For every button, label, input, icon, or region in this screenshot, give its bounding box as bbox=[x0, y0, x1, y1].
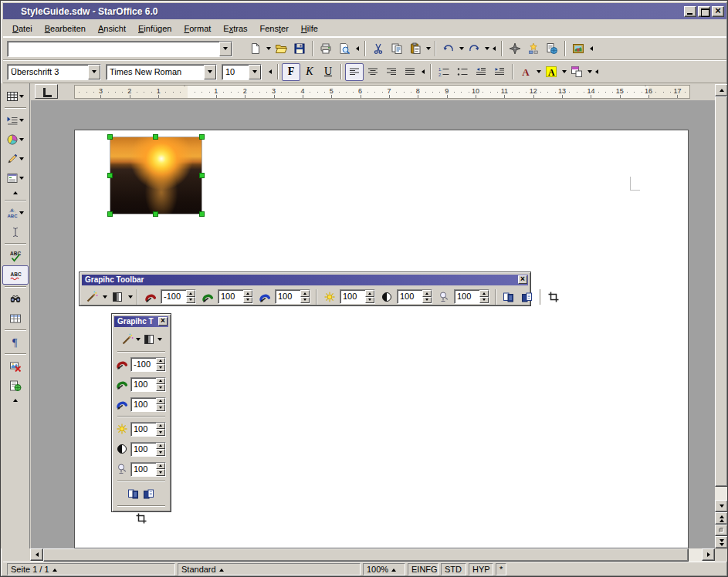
menu-fenster[interactable]: Fenster bbox=[254, 22, 295, 35]
save-button[interactable] bbox=[290, 40, 309, 58]
contrast-spinner-down-button[interactable] bbox=[422, 297, 432, 304]
page-preview-button[interactable] bbox=[335, 40, 354, 58]
insert-fields-dropdown-button[interactable] bbox=[19, 111, 25, 129]
blue-spinner-down-button[interactable] bbox=[300, 297, 310, 304]
toolbar-more-button[interactable] bbox=[587, 40, 595, 58]
menu-datei[interactable]: Datei bbox=[6, 22, 39, 35]
decrease-indent-button[interactable] bbox=[472, 63, 490, 81]
right-margin-marker[interactable] bbox=[642, 86, 655, 99]
resize-handle[interactable] bbox=[153, 134, 158, 140]
brightness-spinner-down-button[interactable] bbox=[365, 297, 374, 304]
undo-button[interactable] bbox=[439, 40, 458, 58]
font-color-dropdown-button[interactable] bbox=[535, 63, 542, 81]
align-right-button[interactable] bbox=[382, 63, 401, 81]
navigator-button[interactable] bbox=[506, 40, 524, 58]
crop-button[interactable] bbox=[544, 288, 563, 305]
red-spinner-v[interactable]: -100 bbox=[130, 357, 166, 372]
brightness-icon[interactable] bbox=[320, 288, 339, 305]
menu-bearbeiten[interactable]: Bearbeiten bbox=[39, 22, 92, 35]
font-name-combo-dropdown-button[interactable] bbox=[204, 65, 216, 79]
insert-object-button[interactable] bbox=[2, 130, 29, 149]
flip-horizontal-button[interactable] bbox=[499, 288, 518, 305]
red-spinner-up-button[interactable] bbox=[186, 290, 195, 297]
contrast-spinner-up-button[interactable] bbox=[422, 290, 432, 297]
flip-horizontal-button[interactable] bbox=[126, 485, 141, 503]
filter-dropdown-button[interactable] bbox=[135, 331, 141, 349]
toolbar-more-button[interactable] bbox=[419, 63, 427, 81]
draw-functions-dropdown-button[interactable] bbox=[19, 150, 25, 167]
graphics-onoff-button[interactable] bbox=[2, 356, 29, 376]
previous-page-button[interactable] bbox=[715, 512, 728, 525]
resize-handle[interactable] bbox=[199, 173, 205, 178]
green-spinner-down-button[interactable] bbox=[243, 297, 252, 304]
green-spinner-v-up-button[interactable] bbox=[156, 378, 165, 385]
next-page-button[interactable] bbox=[715, 536, 728, 548]
underline-button[interactable]: U bbox=[319, 63, 337, 81]
gallery-button[interactable] bbox=[524, 40, 543, 58]
gamma-spinner-v[interactable]: 100 bbox=[130, 462, 166, 477]
highlight-dropdown-button[interactable] bbox=[560, 63, 567, 81]
print-button[interactable] bbox=[317, 40, 335, 58]
horizontal-scroll-thumb[interactable] bbox=[43, 548, 689, 562]
blue-spinner[interactable]: 100 bbox=[275, 289, 310, 304]
align-justify-button[interactable] bbox=[401, 63, 419, 81]
menu-ansicht[interactable]: Ansicht bbox=[92, 22, 132, 35]
gamma-spinner-up-button[interactable] bbox=[479, 290, 489, 297]
new-document-button[interactable] bbox=[246, 40, 265, 58]
gamma-spinner-v-up-button[interactable] bbox=[156, 463, 165, 470]
redo-button[interactable] bbox=[465, 40, 483, 58]
url-combo[interactable] bbox=[7, 41, 232, 57]
flip-vertical-button[interactable] bbox=[141, 485, 157, 503]
contrast-spinner-v[interactable]: 100 bbox=[130, 442, 166, 457]
close-icon[interactable]: × bbox=[518, 275, 527, 284]
background-color-dropdown-button[interactable] bbox=[586, 63, 593, 81]
graphics-mode-button[interactable] bbox=[141, 331, 157, 349]
insert-object-dropdown-button[interactable] bbox=[19, 130, 25, 148]
scroll-right-button[interactable] bbox=[702, 548, 715, 561]
menu-hilfe[interactable]: Hilfe bbox=[295, 22, 324, 35]
gamma-spinner-v-down-button[interactable] bbox=[156, 469, 165, 476]
gamma-spinner-down-button[interactable] bbox=[479, 297, 489, 304]
selected-image[interactable] bbox=[110, 137, 202, 214]
graphic-toolbar-vertical-title[interactable]: Grapihc T × bbox=[114, 316, 168, 327]
resize-handle[interactable] bbox=[107, 211, 113, 217]
indent-marker[interactable] bbox=[181, 86, 194, 99]
red-adjust-icon[interactable] bbox=[141, 288, 160, 305]
open-button[interactable] bbox=[272, 40, 290, 58]
crop-button[interactable] bbox=[134, 510, 149, 528]
paste-button[interactable] bbox=[406, 40, 425, 58]
autospellcheck-button[interactable]: ABC bbox=[2, 265, 29, 285]
font-color-button[interactable]: A bbox=[516, 63, 535, 81]
paragraph-style-combo-dropdown-button[interactable] bbox=[88, 65, 100, 79]
graphic-toolbar-floating-vertical[interactable]: Grapihc T × -100100100100100100 bbox=[111, 313, 171, 512]
autotext-dropdown-button[interactable] bbox=[19, 204, 25, 221]
toolbar-scroll-button[interactable] bbox=[8, 396, 23, 404]
green-spinner-up-button[interactable] bbox=[243, 290, 252, 297]
align-center-button[interactable] bbox=[364, 63, 382, 81]
graphics-mode-button[interactable] bbox=[108, 288, 127, 305]
gamma-spinner[interactable]: 100 bbox=[454, 289, 489, 304]
tab-type-button[interactable] bbox=[35, 84, 58, 99]
new-document-dropdown-button[interactable] bbox=[265, 40, 272, 58]
bold-button[interactable]: F bbox=[282, 63, 300, 81]
font-size-combo[interactable]: 10 bbox=[222, 64, 262, 80]
toolbar-more-button[interactable] bbox=[354, 40, 361, 58]
insert-graphics-button[interactable] bbox=[569, 40, 587, 58]
toolbar-more-button[interactable] bbox=[490, 40, 498, 58]
highlight-button[interactable]: A bbox=[542, 63, 560, 81]
direct-cursor-button[interactable] bbox=[2, 222, 29, 241]
scroll-down-button[interactable] bbox=[715, 500, 728, 512]
online-layout-button[interactable] bbox=[2, 376, 29, 395]
toolbar-more-button[interactable] bbox=[266, 63, 274, 81]
copy-button[interactable] bbox=[388, 40, 406, 58]
italic-button[interactable]: K bbox=[300, 63, 319, 81]
green-spinner-v-down-button[interactable] bbox=[156, 384, 165, 391]
find-replace-button[interactable] bbox=[2, 289, 29, 309]
resize-handle[interactable] bbox=[153, 211, 158, 217]
numbered-list-button[interactable]: 1.2. bbox=[435, 63, 453, 81]
blue-spinner-v-down-button[interactable] bbox=[156, 404, 165, 411]
red-spinner[interactable]: -100 bbox=[161, 289, 196, 304]
url-combo-dropdown-button[interactable] bbox=[219, 42, 232, 56]
horizontal-ruler[interactable]: 3211234567891011121314151617 bbox=[74, 85, 690, 99]
red-spinner-v-down-button[interactable] bbox=[156, 364, 165, 371]
